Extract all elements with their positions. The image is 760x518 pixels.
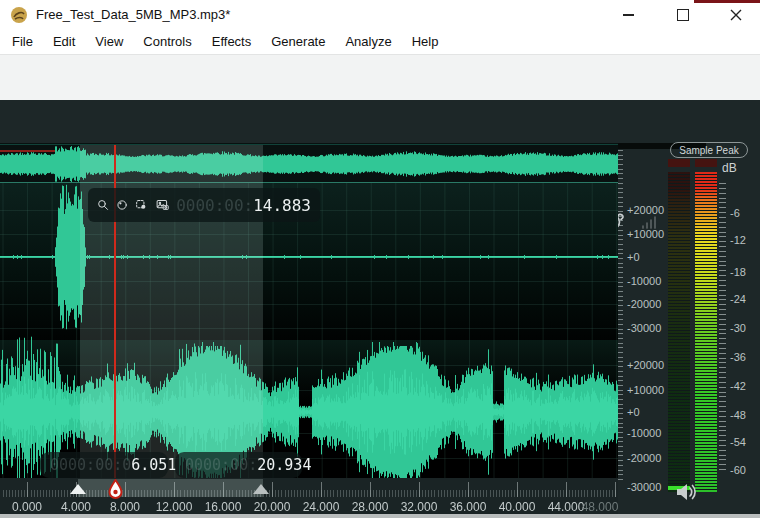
time-label: 4.000 xyxy=(52,500,100,514)
menu-bar: File Edit View Controls Effects Generate… xyxy=(0,30,760,54)
selection-start-marker[interactable] xyxy=(70,484,86,494)
time-label: 20.000 xyxy=(248,500,296,514)
time-label: 40.000 xyxy=(493,500,541,514)
amplitude-axis-ticks xyxy=(618,150,623,480)
level-meter-left xyxy=(668,172,690,492)
sample-peak-button[interactable]: Sample Peak xyxy=(670,142,748,158)
selection-end-pill: 0000:00: 20.934 xyxy=(175,452,302,478)
amp-label: -10000 xyxy=(627,427,663,439)
menu-effects[interactable]: Effects xyxy=(202,30,262,54)
window-title: Free_Test_Data_5MB_MP3.mp3* xyxy=(36,7,230,22)
time-label: 48.000 xyxy=(576,500,624,514)
time-label: 28.000 xyxy=(346,500,394,514)
time-label: 24.000 xyxy=(297,500,345,514)
amp-label: +10000 xyxy=(627,228,663,240)
maximize-button[interactable] xyxy=(663,0,703,30)
edit-toolbar xyxy=(0,100,760,143)
speaker-icon[interactable] xyxy=(676,482,700,502)
window-bottom-edge xyxy=(0,514,760,518)
amp-label: -20000 xyxy=(627,452,663,464)
magnify-tool-icon[interactable] xyxy=(97,195,109,215)
time-label: 8.000 xyxy=(101,500,149,514)
menu-controls[interactable]: Controls xyxy=(133,30,201,54)
time-label: 12.000 xyxy=(150,500,198,514)
menu-generate[interactable]: Generate xyxy=(261,30,335,54)
knob-tool-icon[interactable] xyxy=(116,195,128,215)
db-label: -54 xyxy=(730,436,760,448)
selection-start-pill: 0000:00:0 6.051 xyxy=(40,452,168,478)
time-label: 0.000 xyxy=(3,500,51,514)
selection-start-value: 6.051 xyxy=(131,456,176,474)
amp-label: -20000 xyxy=(627,298,663,310)
cursor-time-readout: 0000:00:14.883 xyxy=(176,196,311,215)
db-label: -30 xyxy=(730,322,760,334)
amp-label: -30000 xyxy=(627,322,663,334)
selection-end-dim: 0000:00: xyxy=(185,456,257,474)
amp-label: -30000 xyxy=(627,481,663,493)
minimize-button[interactable] xyxy=(608,0,648,30)
app-window: Free_Test_Data_5MB_MP3.mp3* File Edit Vi… xyxy=(0,0,760,518)
app-icon xyxy=(10,6,28,24)
title-bar: Free_Test_Data_5MB_MP3.mp3* xyxy=(0,0,760,30)
clip-indicator-left[interactable] xyxy=(668,159,690,167)
db-label: -6 xyxy=(730,207,760,219)
close-button[interactable] xyxy=(716,0,756,30)
db-scale-ticks xyxy=(719,183,726,471)
db-label: -24 xyxy=(730,293,760,305)
menu-file[interactable]: File xyxy=(2,30,43,54)
snapshot-tool-icon[interactable] xyxy=(156,195,169,215)
db-label: -18 xyxy=(730,266,760,278)
time-label: 16.000 xyxy=(199,500,247,514)
cursor-time-value: 14.883 xyxy=(253,196,311,215)
selection-end-marker[interactable] xyxy=(253,484,269,494)
floating-toolbar: 0000:00:14.883 xyxy=(88,188,320,222)
db-label: -36 xyxy=(730,351,760,363)
amp-label: +20000 xyxy=(627,359,663,371)
amp-label: -10000 xyxy=(627,275,663,287)
level-meter-right xyxy=(695,172,717,492)
cursor-time-dim: 0000:00: xyxy=(176,196,253,215)
db-label: -60 xyxy=(730,464,760,476)
menu-edit[interactable]: Edit xyxy=(43,30,85,54)
db-label: -48 xyxy=(730,409,760,421)
db-label: -42 xyxy=(730,380,760,392)
menu-view[interactable]: View xyxy=(85,30,133,54)
transport-toolbar: i 44.1 kHz stereo -0000:00:08.819 xyxy=(0,54,760,101)
amp-label: +0 xyxy=(627,251,663,263)
amp-label: +0 xyxy=(627,406,663,418)
db-label: -12 xyxy=(730,234,760,246)
time-label: 36.000 xyxy=(444,500,492,514)
ruler-selection-highlight xyxy=(78,479,263,497)
menu-help[interactable]: Help xyxy=(402,30,449,54)
background-window-sliver xyxy=(694,0,760,3)
clip-indicator-right[interactable] xyxy=(695,159,717,167)
selection-tool-icon[interactable] xyxy=(135,195,148,215)
db-unit-label: dB xyxy=(722,161,737,175)
selection-end-value: 20.934 xyxy=(257,456,311,474)
time-label: 32.000 xyxy=(395,500,443,514)
selection-start-dim: 0000:00:0 xyxy=(50,456,131,474)
menu-analyze[interactable]: Analyze xyxy=(335,30,401,54)
amp-label: +10000 xyxy=(627,384,663,396)
playhead-marker[interactable] xyxy=(107,479,124,500)
amp-label: +20000 xyxy=(627,204,663,216)
